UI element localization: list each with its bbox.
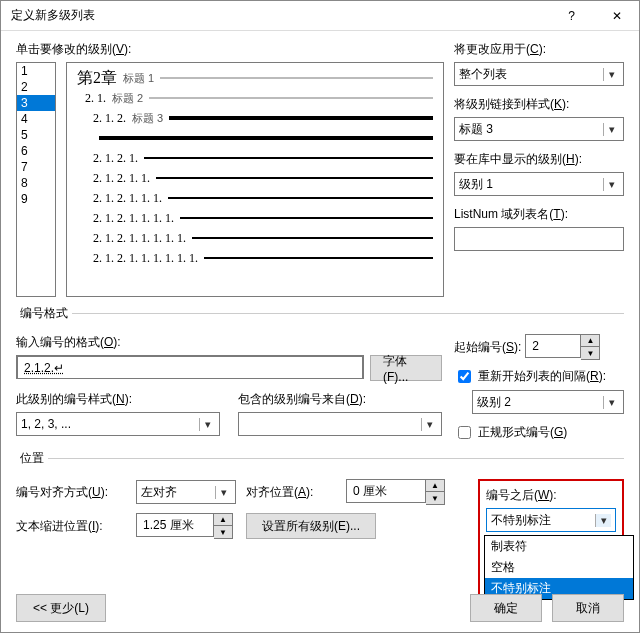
dialog-window: 定义新多级列表 ? ✕ 单击要修改的级别(V): 123456789 第2章标题…	[0, 0, 640, 633]
preview-row	[77, 131, 433, 145]
start-at-label: 起始编号(S):	[454, 339, 521, 356]
align-label: 编号对齐方式(U):	[16, 484, 126, 501]
dialog-footer: << 更少(L) 确定 取消	[16, 594, 624, 622]
titlebar: 定义新多级列表 ? ✕	[1, 1, 639, 31]
ok-button[interactable]: 确定	[470, 594, 542, 622]
gallery-level-combo[interactable]: 级别 1▾	[454, 172, 624, 196]
preview-row: 2. 1. 2. 1. 1.	[77, 171, 433, 185]
preview-row: 2. 1. 2. 1. 1. 1. 1. 1. 1.	[77, 251, 433, 265]
enter-format-label: 输入编号的格式(O):	[16, 334, 442, 351]
level-item[interactable]: 1	[17, 63, 55, 79]
apply-to-combo[interactable]: 整个列表▾	[454, 62, 624, 86]
listnum-label: ListNum 域列表名(T):	[454, 206, 624, 223]
level-item[interactable]: 4	[17, 111, 55, 127]
level-item[interactable]: 8	[17, 175, 55, 191]
preview-pane: 第2章标题 12. 1.标题 22. 1. 2.标题 32. 1. 2. 1.2…	[66, 62, 444, 297]
preview-row: 2. 1.标题 2	[77, 91, 433, 105]
spin-up-icon[interactable]: ▲	[214, 514, 232, 526]
include-from-label: 包含的级别编号来自(D):	[238, 391, 442, 408]
preview-row: 2. 1. 2. 1.	[77, 151, 433, 165]
apply-to-label: 将更改应用于(C):	[454, 41, 624, 58]
level-item[interactable]: 5	[17, 127, 55, 143]
preview-row: 第2章标题 1	[77, 71, 433, 85]
preview-row: 2. 1. 2.标题 3	[77, 111, 433, 125]
legal-checkbox[interactable]	[458, 426, 471, 439]
restart-level-combo[interactable]: 级别 2▾	[472, 390, 624, 414]
level-item[interactable]: 7	[17, 159, 55, 175]
spin-down-icon[interactable]: ▼	[214, 526, 232, 538]
spin-down-icon[interactable]: ▼	[426, 492, 444, 504]
chevron-down-icon: ▾	[199, 418, 215, 431]
legal-label: 正规形式编号(G)	[478, 424, 567, 441]
link-style-combo[interactable]: 标题 3▾	[454, 117, 624, 141]
level-item[interactable]: 3	[17, 95, 55, 111]
chevron-down-icon: ▾	[603, 68, 619, 81]
position-section: 位置	[16, 450, 624, 475]
include-from-combo[interactable]: ▾	[238, 412, 442, 436]
follow-label: 编号之后(W):	[486, 487, 616, 504]
indent-label: 文本缩进位置(I):	[16, 518, 126, 535]
number-style-combo[interactable]: 1, 2, 3, ...▾	[16, 412, 220, 436]
font-button[interactable]: 字体(F)...	[370, 355, 442, 381]
restart-checkbox[interactable]	[458, 370, 471, 383]
less-button[interactable]: << 更少(L)	[16, 594, 106, 622]
indent-spinner[interactable]: ▲▼	[136, 513, 236, 539]
level-item[interactable]: 2	[17, 79, 55, 95]
format-section: 编号格式	[16, 305, 624, 330]
level-item[interactable]: 9	[17, 191, 55, 207]
aligned-at-spinner[interactable]: ▲▼	[346, 479, 466, 505]
number-style-label: 此级别的编号样式(N):	[16, 391, 220, 408]
follow-dropdown-list[interactable]: 制表符空格不特别标注	[484, 535, 634, 600]
close-button[interactable]: ✕	[594, 1, 639, 30]
preview-row: 2. 1. 2. 1. 1. 1.	[77, 191, 433, 205]
follow-combo[interactable]: 不特别标注▾	[486, 508, 616, 532]
chevron-down-icon: ▾	[603, 396, 619, 409]
level-listbox[interactable]: 123456789	[16, 62, 56, 297]
set-all-levels-button[interactable]: 设置所有级别(E)...	[246, 513, 376, 539]
start-at-spinner[interactable]: ▲▼	[525, 334, 600, 360]
position-legend: 位置	[16, 450, 48, 467]
listnum-input[interactable]	[454, 227, 624, 251]
chevron-down-icon: ▾	[603, 123, 619, 136]
window-title: 定义新多级列表	[11, 7, 95, 24]
cancel-button[interactable]: 取消	[552, 594, 624, 622]
format-legend: 编号格式	[16, 305, 72, 322]
level-item[interactable]: 6	[17, 143, 55, 159]
align-combo[interactable]: 左对齐▾	[136, 480, 236, 504]
restart-label: 重新开始列表的间隔(R):	[478, 368, 606, 385]
preview-row: 2. 1. 2. 1. 1. 1. 1.	[77, 211, 433, 225]
chevron-down-icon: ▾	[215, 486, 231, 499]
follow-option[interactable]: 空格	[485, 557, 633, 578]
help-button[interactable]: ?	[549, 1, 594, 30]
aligned-at-label: 对齐位置(A):	[246, 484, 336, 501]
link-style-label: 将级别链接到样式(K):	[454, 96, 624, 113]
spin-up-icon[interactable]: ▲	[426, 480, 444, 492]
chevron-down-icon: ▾	[603, 178, 619, 191]
click-level-label: 单击要修改的级别(V):	[16, 41, 444, 58]
spin-down-icon[interactable]: ▼	[581, 347, 599, 359]
follow-option[interactable]: 制表符	[485, 536, 633, 557]
follow-number-highlight: 编号之后(W): 不特别标注▾ 制表符空格不特别标注	[478, 479, 624, 598]
spin-up-icon[interactable]: ▲	[581, 335, 599, 347]
enter-format-input[interactable]	[16, 355, 364, 379]
gallery-level-label: 要在库中显示的级别(H):	[454, 151, 624, 168]
chevron-down-icon: ▾	[421, 418, 437, 431]
preview-row: 2. 1. 2. 1. 1. 1. 1. 1.	[77, 231, 433, 245]
chevron-down-icon: ▾	[595, 514, 611, 527]
